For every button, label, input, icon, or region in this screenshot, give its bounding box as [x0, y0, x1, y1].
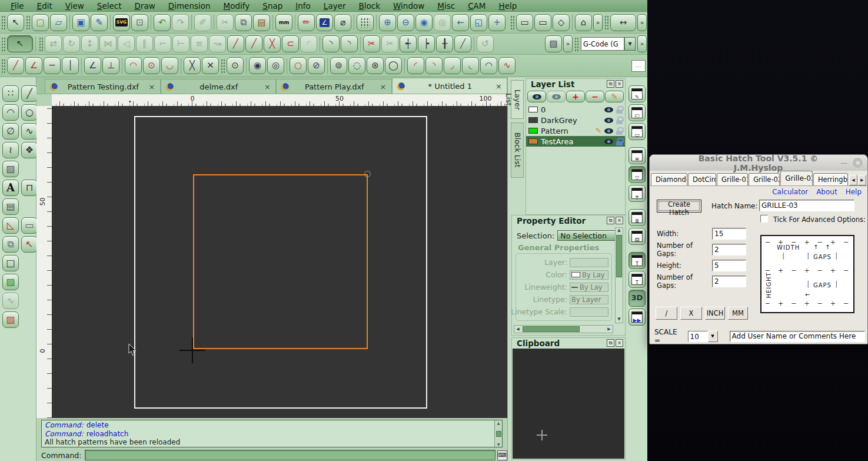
edit-layer-button[interactable]: ✎	[605, 91, 624, 102]
ellipse-arc-button[interactable]: ◠	[480, 57, 497, 74]
toggle-plot-button[interactable]: ╤	[628, 185, 646, 202]
layer-visibility-eye-icon[interactable]	[604, 128, 613, 134]
circle-tangent-button[interactable]: ⊙	[143, 57, 160, 74]
selection-pointer-button[interactable]: ↖	[7, 35, 33, 52]
zoom-out-button[interactable]: ⊖	[397, 14, 414, 31]
close-panel-icon[interactable]: ×	[616, 80, 623, 88]
select-entities-button[interactable]: ⧉	[2, 236, 19, 253]
ellipse-tool-button[interactable]: ∅	[2, 123, 19, 140]
ruler-tool-button[interactable]: ▭	[21, 217, 38, 234]
more-shapes-button[interactable]: »	[593, 14, 603, 31]
circle-center-radius-button[interactable]: ○	[290, 57, 307, 74]
create-hatch-button[interactable]: Create Hatch	[657, 200, 701, 213]
property-value-box[interactable]: By Lay	[570, 270, 608, 280]
dimension-tool-button[interactable]: ⊓	[21, 180, 38, 196]
arc-q3-button[interactable]: ◞	[444, 57, 461, 74]
export-svg-button[interactable]: SVG	[113, 14, 130, 31]
menu-item[interactable]: CAM	[462, 1, 491, 11]
hatch-tab-herringbone[interactable]: Herringbo	[813, 173, 848, 185]
rotate-button[interactable]: ↻	[63, 35, 80, 52]
layer-visibility-eye-icon[interactable]	[604, 107, 613, 112]
menu-item[interactable]: Help	[493, 1, 523, 11]
help-link[interactable]: Help	[846, 188, 862, 196]
scale-button[interactable]: ↕	[81, 35, 98, 52]
tab-close-icon[interactable]: ×	[264, 82, 271, 91]
spline-points-button[interactable]: ∿	[498, 57, 516, 74]
arc-start-end-button[interactable]: ◠	[125, 57, 142, 74]
cross-lines-button[interactable]: ╳	[184, 57, 201, 74]
lengthen-button[interactable]: ╳	[264, 35, 281, 52]
more-modify-button[interactable]: »	[563, 35, 573, 52]
toggle-property-editor-button[interactable]: ≡	[628, 147, 646, 164]
hide-all-layers-button[interactable]	[547, 91, 566, 102]
red-hatch-button[interactable]: ▨	[2, 311, 19, 328]
toggle-3d-view-button[interactable]: 3D	[628, 290, 646, 307]
line-orthogonal-button[interactable]: ⊥	[102, 57, 119, 74]
circle-concentric-button[interactable]: ◯	[385, 57, 402, 74]
mm-unit-button[interactable]: MM	[728, 307, 748, 320]
circle-tangent-3-button[interactable]: ⊛	[367, 57, 384, 74]
close-icon[interactable]: ×	[853, 158, 863, 168]
text-tool-button[interactable]: A	[2, 180, 19, 196]
zoom-extents-button[interactable]: ◉	[415, 14, 433, 31]
layer-edit-pencil-icon[interactable]: ✎	[596, 127, 601, 135]
field-input[interactable]	[712, 244, 746, 256]
polygon-button[interactable]: ⌂	[575, 14, 592, 31]
layer-row-pattern[interactable]: Pattern ✎	[526, 125, 625, 136]
history-scrollbar[interactable]: ▲ ▼	[494, 420, 502, 447]
distance-tool-button[interactable]: ↔	[610, 14, 636, 31]
tab-scroll-right-icon[interactable]: ▶	[858, 175, 866, 185]
layer-row-testarea[interactable]: TestArea	[526, 136, 625, 147]
toggle-filter-button[interactable]: ▽	[628, 166, 646, 183]
zoom-in-button[interactable]: ⊕	[379, 14, 396, 31]
select-cursor-button[interactable]: ↖	[7, 14, 24, 31]
fillet-radius-button[interactable]: ◝	[341, 35, 358, 52]
menu-item[interactable]: Info	[290, 1, 317, 11]
horizontal-scrollbar[interactable]: ◀ ▶	[514, 325, 613, 333]
edit-pen-button[interactable]: ✐	[194, 14, 211, 31]
drafting-tools-button[interactable]: ◺	[2, 217, 19, 234]
float-panel-icon[interactable]: ⧉	[607, 217, 614, 224]
show-all-layers-button[interactable]	[527, 91, 546, 102]
offset-line-button[interactable]: ╱	[245, 35, 262, 52]
circle-tool-button[interactable]: ○	[21, 104, 38, 121]
tab-close-icon[interactable]: ×	[380, 82, 387, 91]
collapse-panels-button[interactable]: ▶▶	[628, 309, 646, 326]
toggle-block-list-button[interactable]: ◱	[628, 104, 646, 121]
hatch-fill-button[interactable]: ▨	[2, 161, 19, 177]
image-insert-button[interactable]: ▤	[2, 198, 19, 215]
hatch-tab-diamond-01[interactable]: Diamond-01	[651, 173, 687, 185]
hatch-name-input[interactable]	[759, 200, 854, 211]
toolbar-overflow-box[interactable]: …	[631, 60, 646, 72]
menu-item[interactable]: Select	[91, 1, 128, 11]
undo-button[interactable]: ↶	[154, 14, 171, 31]
line-angle-button[interactable]: ∠	[25, 57, 42, 74]
layer-row-0[interactable]: 0	[526, 104, 625, 115]
freehand-button[interactable]: ∿	[2, 293, 19, 309]
line-2point-button[interactable]: ╱	[7, 57, 24, 74]
dropdown-arrow-icon[interactable]: ▼	[708, 331, 718, 342]
circle-3point-button[interactable]: ◎	[267, 57, 284, 74]
tab-close-icon[interactable]: ×	[149, 82, 155, 91]
save-button[interactable]: ▣	[72, 14, 89, 31]
split-1-button[interactable]: ┽	[400, 35, 417, 52]
toggle-history-button[interactable]: ≣	[628, 209, 646, 226]
draw-order-button[interactable]: ✏	[298, 14, 315, 31]
layer-visibility-eye-icon[interactable]	[604, 139, 613, 144]
command-history[interactable]: Command:delete Command:reloadhatch All h…	[41, 420, 503, 447]
divide-op-button[interactable]: /	[656, 307, 677, 320]
circle-tangent-2-button[interactable]: ◌	[348, 57, 365, 74]
flip-button[interactable]: ◁	[118, 35, 135, 52]
comments-input[interactable]	[730, 331, 865, 342]
menu-item[interactable]: Misc	[431, 1, 461, 11]
arc-q4-button[interactable]: ◟	[462, 57, 479, 74]
selection-dropdown[interactable]: No Selection	[557, 230, 616, 241]
arc-angle-button[interactable]: ◡	[161, 57, 178, 74]
units-button[interactable]: mm	[275, 14, 292, 31]
menu-item[interactable]: Dimension	[162, 1, 217, 11]
vertical-scrollbar[interactable]: ▲ ▼	[615, 227, 623, 323]
circle-diameter-button[interactable]: ⊘	[308, 57, 325, 74]
polyline-tool-button[interactable]: ≀	[2, 142, 19, 158]
menu-item[interactable]: View	[59, 1, 90, 11]
arc-modify-button[interactable]: ◜	[300, 35, 317, 52]
